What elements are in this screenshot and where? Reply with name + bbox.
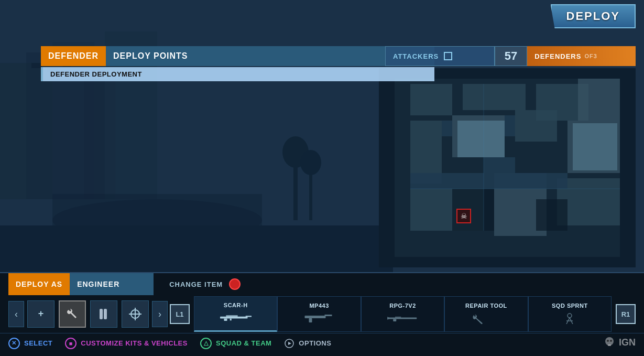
svg-rect-38 [457, 121, 505, 157]
svg-rect-57 [393, 319, 396, 322]
rpg-icon [387, 311, 419, 326]
deploy-as-label: DEPLOY AS [8, 273, 70, 295]
attackers-icon [444, 52, 452, 60]
score-bar: ATTACKERS 57 DEFENDERS OF3 [385, 46, 636, 66]
svg-rect-56 [395, 317, 401, 318]
score-number: 57 [495, 46, 527, 66]
svg-marker-55 [387, 317, 391, 320]
record-button[interactable] [229, 278, 241, 290]
ign-skull [602, 335, 617, 350]
svg-rect-31 [505, 115, 515, 136]
options-icon [284, 338, 294, 349]
kit-icon-add[interactable]: + [27, 300, 54, 328]
options-action[interactable]: OPTIONS [284, 338, 331, 349]
kit-icon-crosshair[interactable] [122, 300, 149, 328]
squad-team-label: SQUAD & TEAM [216, 339, 271, 347]
svg-text:+: + [38, 308, 44, 319]
svg-rect-25 [515, 110, 557, 142]
svg-rect-50 [230, 319, 231, 321]
weapon-slots: SCAR-H MP443 [194, 296, 612, 332]
deploy-header: DEFENDER DEPLOY POINTS DEFENDER DEPLOYME… [41, 46, 434, 81]
svg-rect-41 [100, 309, 103, 319]
svg-rect-65 [608, 344, 611, 346]
weapon-slot-repair[interactable]: REPAIR TOOL [444, 296, 528, 332]
weapon-name-rpg: RPG-7V2 [389, 303, 416, 309]
change-item-section: CHANGE ITEM [169, 278, 241, 290]
attackers-label: ATTACKERS [385, 46, 495, 66]
customize-action[interactable]: ■ CUSTOMIZE KITS & VEHICLES [65, 338, 188, 349]
kit-nav-left[interactable]: ‹ [8, 301, 24, 327]
squad-team-action[interactable]: △ SQUAD & TEAM [200, 338, 271, 349]
weapon-slot-sqd[interactable]: SQD SPRNT [528, 296, 612, 332]
class-label: ENGINEER [70, 273, 154, 295]
defenders-label: DEFENDERS OF3 [527, 46, 636, 66]
defender-label: DEFENDER [41, 46, 106, 66]
r1-badge: R1 [616, 304, 636, 324]
svg-point-62 [605, 337, 614, 346]
repair-icon [471, 311, 502, 326]
skull-icon: ☠ [461, 212, 467, 220]
kit-icon-ammo[interactable] [90, 300, 117, 328]
kit-nav-right[interactable]: › [152, 301, 168, 327]
svg-rect-52 [325, 315, 332, 316]
change-item-label: CHANGE ITEM [169, 281, 223, 288]
svg-rect-46 [220, 317, 248, 319]
kit-row: ‹ + [0, 295, 644, 333]
deploy-title-bar: DEFENDER DEPLOY POINTS [41, 46, 434, 66]
weapon-name-scarh: SCAR-H [224, 302, 248, 308]
l1-badge: L1 [170, 304, 190, 324]
ign-logo: IGN [602, 335, 636, 350]
svg-point-63 [607, 340, 609, 342]
svg-rect-35 [536, 199, 567, 231]
main-content: DEPLOY DEFENDER DEPLOY POINTS DEFENDER D… [0, 0, 644, 356]
kit-icon-wrench[interactable] [59, 300, 86, 328]
bottom-bar: DEPLOY AS ENGINEER CHANGE ITEM ‹ + [0, 272, 644, 356]
svg-rect-19 [410, 84, 452, 115]
svg-rect-33 [410, 173, 567, 189]
deploy-button[interactable]: DEPLOY [551, 4, 636, 28]
svg-rect-30 [442, 121, 452, 136]
button-bar: ✕ SELECT ■ CUSTOMIZE KITS & VEHICLES △ S… [0, 333, 644, 353]
square-button[interactable]: ■ [65, 338, 77, 349]
svg-rect-20 [463, 84, 526, 110]
svg-rect-42 [104, 309, 107, 319]
svg-rect-22 [578, 79, 620, 121]
weapon-slot-scarh[interactable]: SCAR-H [194, 296, 277, 332]
svg-rect-48 [245, 316, 251, 317]
sqd-icon [554, 311, 585, 326]
skull-marker[interactable]: ☠ [456, 209, 471, 223]
deploy-sub-label: DEFENDER DEPLOYMENT [41, 67, 434, 81]
customize-label: CUSTOMIZE KITS & VEHICLES [81, 339, 188, 347]
svg-point-64 [610, 340, 612, 342]
svg-marker-61 [288, 342, 291, 345]
select-label: SELECT [24, 339, 52, 347]
weapon-name-sqd: SQD SPRNT [552, 303, 588, 309]
weapon-slot-rpg[interactable]: RPG-7V2 [361, 296, 444, 332]
select-action[interactable]: ✕ SELECT [8, 338, 52, 349]
weapon-name-repair: REPAIR TOOL [465, 303, 507, 309]
svg-rect-53 [309, 318, 312, 322]
options-label: OPTIONS [299, 339, 331, 347]
x-button[interactable]: ✕ [8, 338, 20, 349]
tactical-map [379, 68, 636, 267]
svg-rect-49 [224, 319, 227, 321]
triangle-button[interactable]: △ [200, 338, 212, 349]
deploy-as-row: DEPLOY AS ENGINEER CHANGE ITEM [0, 273, 644, 295]
of3-label: OF3 [584, 53, 597, 59]
svg-rect-47 [226, 316, 238, 317]
top-bar: DEPLOY [542, 0, 644, 33]
svg-rect-51 [305, 316, 326, 318]
weapon-slot-mp443[interactable]: MP443 [277, 296, 361, 332]
svg-rect-54 [387, 318, 417, 319]
scarh-icon [220, 310, 252, 325]
svg-rect-32 [484, 157, 515, 173]
svg-rect-39 [573, 123, 617, 170]
weapon-name-mp443: MP443 [309, 303, 329, 309]
mp443-icon [303, 311, 335, 326]
map-area[interactable]: ☠ [379, 68, 636, 267]
